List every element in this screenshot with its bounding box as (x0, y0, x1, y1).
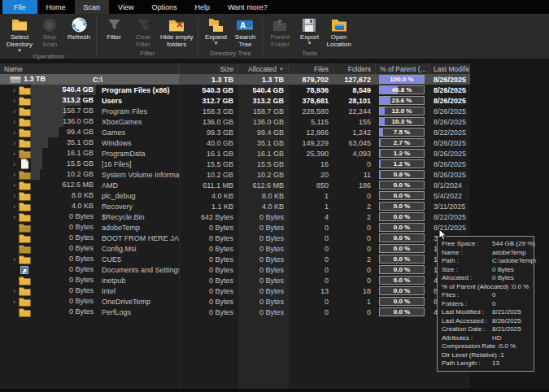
tree-expand-arrow-icon[interactable]: › (11, 86, 18, 94)
menu-tab-want-more-[interactable]: Want more? (219, 0, 277, 14)
ribbon-button-label: Stop (43, 33, 56, 41)
tree-expand-arrow-icon[interactable]: › (11, 107, 18, 115)
size-bar-fill (31, 169, 40, 180)
ribbon-button-label: Tree (238, 41, 251, 48)
tree-expand-arrow-icon[interactable]: › (11, 139, 18, 147)
allocated-cell: 10.2 GB (238, 169, 289, 180)
files-cell: 879,702 (289, 74, 333, 85)
tooltip-row: Dir Level (Relative) :1 (442, 351, 530, 360)
menu-tab-view[interactable]: View (109, 0, 142, 14)
table-row[interactable]: › 10.2 GBSystem Volume Information10.2 G… (0, 169, 470, 180)
table-row[interactable]: 0 BytesadobeTemp0 Bytes0 Bytes000.0 %8/2… (0, 222, 470, 233)
table-row[interactable]: › 8.0 KBplc_debug4.0 KB8.0 KB100.0 %5/4/… (0, 190, 470, 201)
percent-value: 0.0 % (380, 266, 424, 273)
tree-expand-arrow-icon[interactable]: › (11, 287, 18, 295)
tooltip-value: 0 (492, 291, 495, 300)
allocated-cell: 612.6 MB (238, 180, 289, 190)
menu-tab-scan[interactable]: Scan (75, 0, 110, 14)
table-row[interactable]: › 313.2 GBUsers312.7 GB313.2 GB378,68128… (0, 95, 470, 106)
refresh-button[interactable]: Refresh (64, 16, 94, 41)
tree-expand-arrow-icon[interactable]: › (11, 255, 18, 264)
tooltip-value: 0.0 % (512, 283, 529, 292)
table-row[interactable]: › 0 BytesCUE50 Bytes0 Bytes020.0 %1/1 (0, 254, 470, 264)
percent-of-parent-cell: 7.5 % (376, 127, 429, 137)
item-name: Intel (102, 287, 115, 295)
last-modified-cell: 8/26/2025 (429, 85, 470, 95)
folder-icon (18, 286, 31, 296)
table-row[interactable]: › 0 BytesOneDriveTemp0 Bytes0 Bytes010.0… (0, 296, 470, 307)
folder-icon (18, 128, 31, 137)
open-location-button[interactable]: OpenLocation (324, 16, 353, 49)
table-row[interactable]: ›1.3 TBC:\1.3 TB1.3 TB879,702127,672100.… (0, 74, 470, 85)
item-name: C:\ (93, 76, 102, 84)
tree-expand-arrow-icon[interactable]: › (11, 150, 18, 158)
tree-expand-arrow-icon[interactable]: › (11, 298, 18, 306)
hide-empty-folders-button[interactable]: Hide emptyfolders (158, 16, 195, 49)
filter-button[interactable]: Filter (99, 16, 129, 41)
size-bar: 99.4 GB (31, 127, 96, 137)
file-icon (18, 159, 31, 169)
table-row[interactable]: › 16.1 GBProgramData16.1 GB16.1 GB25,390… (0, 148, 470, 159)
menu-tab-file[interactable]: File (2, 0, 37, 14)
name-cell: 0 BytesadobeTemp (0, 222, 179, 233)
tree-expand-arrow-icon[interactable]: › (11, 192, 18, 200)
table-row[interactable]: › 0 Bytes$Recycle.Bin642 Bytes0 Bytes420… (0, 211, 470, 222)
expand-button[interactable]: Expand▾ (201, 16, 230, 46)
table-row[interactable]: › 99.4 GBGames99.3 GB99.4 GB12,8661,2427… (0, 127, 470, 137)
menu-tab-home[interactable]: Home (37, 0, 75, 14)
percent-value: 10.3 % (380, 118, 424, 125)
export-button[interactable]: Export▾ (294, 16, 324, 46)
percent-value: 2.7 % (380, 139, 424, 146)
table-row[interactable]: › 4.0 KBRecovery1.1 KB4.0 KB120.0 %3/11/… (0, 201, 470, 211)
search-tree-button[interactable]: A…SearchTree (230, 16, 259, 49)
column-header-size[interactable]: Size (179, 63, 238, 74)
column-header-allocated[interactable]: Allocated▼ (238, 63, 289, 74)
percent-value: 0.0 % (380, 234, 424, 242)
name-cell: 0 BytesConfig.Msi (0, 243, 179, 254)
size-cell: 40.0 GB (179, 137, 238, 148)
table-row[interactable]: 0 BytesDocuments and Settings0 Bytes0 By… (0, 264, 470, 275)
last-modified-cell: 8/26/2025 (429, 116, 470, 127)
tree-expand-arrow-icon[interactable]: › (11, 97, 18, 105)
column-header-files[interactable]: Files (289, 63, 333, 74)
table-row[interactable]: 0 BytesPerfLogs0 Bytes0 Bytes000.0 %4/1 (0, 307, 470, 317)
item-size-label: 0 Bytes (69, 233, 94, 243)
percent-bar: 7.5 % (379, 128, 425, 137)
tree-expand-arrow-icon[interactable]: › (11, 128, 18, 137)
tree-expand-arrow-icon[interactable]: › (11, 118, 18, 126)
tooltip-row: Last Modified :8/21/2025 (442, 308, 530, 317)
tree-expand-arrow-icon[interactable]: › (11, 171, 18, 179)
table-row[interactable]: 0 Bytesinetpub0 Bytes0 Bytes000.0 %4/1 (0, 275, 470, 285)
name-cell: ›1.3 TBC:\ (0, 74, 179, 85)
tree-expand-arrow-icon[interactable]: › (11, 160, 18, 168)
allocated-cell: 99.4 GB (238, 127, 289, 137)
table-row[interactable]: 0 BytesConfig.Msi0 Bytes0 Bytes000.0 %1/… (0, 243, 470, 254)
select-directory-button[interactable]: SelectDirectory▾ (4, 16, 35, 53)
tree-expand-arrow-icon[interactable]: › (2, 76, 10, 83)
table-row[interactable]: › 540.4 GBProgram Files (x86)540.3 GB540… (0, 85, 470, 95)
column-header-name[interactable]: Name (0, 63, 179, 74)
table-row[interactable]: › 136.0 GBXboxGames136.0 GB136.0 GB5,115… (0, 116, 470, 127)
tree-expand-arrow-icon[interactable]: › (11, 181, 18, 189)
menu-tab-help[interactable]: Help (185, 0, 219, 14)
folders-cell: 0 (333, 222, 376, 233)
item-name: OneDriveTemp (102, 298, 150, 306)
tooltip-label: Compression Rate : (442, 342, 499, 351)
table-row[interactable]: › 158.7 GBProgram Files158.3 GB158.7 GB2… (0, 106, 470, 116)
table-row[interactable]: ›15.5 GB[16 Files]15.5 GB15.5 GB1601.2 %… (0, 159, 470, 169)
table-row[interactable]: › 35.1 GBWindows40.0 GB35.1 GB149,22963,… (0, 137, 470, 148)
table-row[interactable]: › 612.6 MBAMD611.1 MB612.6 MB8501860.0 %… (0, 180, 470, 190)
tree-expand-arrow-icon[interactable]: › (11, 213, 18, 221)
column-header--of-parent-[interactable]: % of Parent (… (376, 63, 429, 74)
column-header-folders[interactable]: Folders (333, 63, 376, 74)
menu-tab-options[interactable]: Options (142, 0, 185, 14)
tree-expand-arrow-icon[interactable]: › (11, 203, 18, 211)
item-size-label: 1.3 TB (24, 74, 46, 85)
folder-icon (18, 107, 31, 116)
tooltip-row: Creation Date :8/21/2025 (442, 325, 530, 334)
folders-cell: 1 (333, 296, 376, 307)
percent-of-parent-cell: 0.0 % (376, 254, 429, 264)
table-row[interactable]: › 0 BytesIntel0 Bytes0 Bytes13180.0 %8/8 (0, 285, 470, 296)
table-row[interactable]: 0 BytesBOOT FROM HERE JAY0 Bytes0 Bytes0… (0, 233, 470, 243)
column-header-last-modified[interactable]: Last Modified (429, 63, 470, 74)
